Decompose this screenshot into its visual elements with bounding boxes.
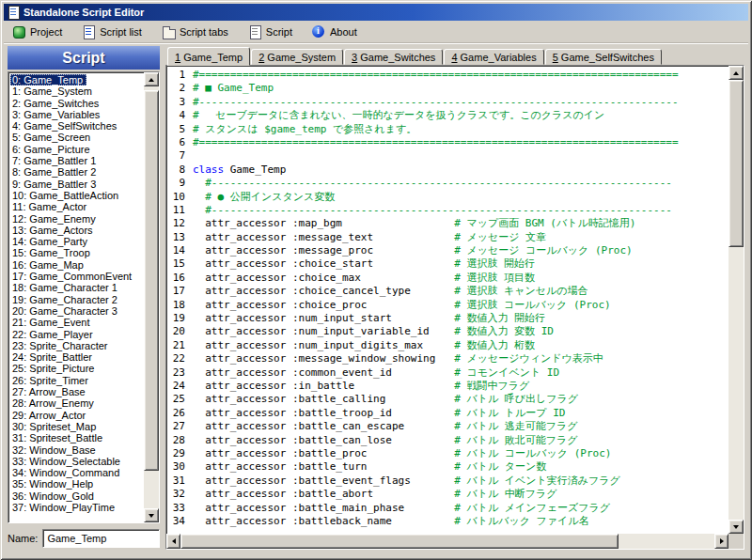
script-list-item[interactable]: 26: Sprite_Timer xyxy=(10,375,92,386)
script-list-item[interactable]: 28: Arrow_Enemy xyxy=(10,397,98,409)
tab-accelerator: 4 xyxy=(451,52,457,63)
code-line: 16 attr_accessor :choice_max # 選択肢 項目数 xyxy=(168,272,728,285)
code-line: 32 attr_accessor :battle_abort # バトル 中断フ… xyxy=(168,488,728,501)
script-name-input[interactable] xyxy=(42,529,160,548)
script-list-item[interactable]: 22: Game_Player xyxy=(10,329,97,340)
script-list-item[interactable]: 16: Game_Map xyxy=(10,259,87,271)
script-list-item[interactable]: 30: Spriteset_Map xyxy=(10,421,100,432)
scroll-thumb[interactable] xyxy=(144,90,159,470)
tab-game_switches[interactable]: 3 Game_Switches xyxy=(344,49,443,65)
toolbar-button-script[interactable]: Script xyxy=(245,23,294,40)
script-list-item[interactable]: 13: Game_Actors xyxy=(10,225,97,236)
scroll-right-button[interactable] xyxy=(714,534,728,549)
title-bar[interactable]: Standalone Script Editor xyxy=(4,4,748,21)
scroll-thumb[interactable] xyxy=(180,534,619,549)
script-list-item[interactable]: 11: Game_Actor xyxy=(10,201,90,212)
script-list-item[interactable]: 12: Game_Enemy xyxy=(10,213,100,225)
tab-game_temp[interactable]: 1 Game_Temp xyxy=(167,47,250,66)
scroll-down-button[interactable] xyxy=(144,508,159,522)
script-list-item[interactable]: 33: Window_Selectable xyxy=(10,456,124,467)
script-list-item[interactable]: 0: Game_Temp xyxy=(10,74,86,86)
script-list-item[interactable]: 2: Game_Switches xyxy=(10,98,102,109)
code-segment-com: #---------------------------------------… xyxy=(193,204,672,217)
code-segment-code: attr_accessor :choice_max xyxy=(193,272,454,285)
script-list-item[interactable]: 23: Sprite_Character xyxy=(10,340,112,351)
code-segment-code: attr_accessor :choice_proc xyxy=(193,299,454,312)
script-list-item[interactable]: 35: Window_Help xyxy=(10,478,97,490)
code-line: 3#--------------------------------------… xyxy=(168,96,728,109)
code-segment-code: attr_accessor :battle_main_phase xyxy=(193,502,454,515)
script-list-item[interactable]: 27: Arrow_Base xyxy=(10,386,89,397)
toolbar-button-label: Project xyxy=(30,26,62,38)
code-segment-code: attr_accessor :num_input_start xyxy=(193,312,454,325)
script-list-item[interactable]: 6: Game_Picture xyxy=(10,144,94,155)
script-listbox: 0: Game_Temp1: Game_System2: Game_Switch… xyxy=(8,71,160,523)
code-editor: 1#======================================… xyxy=(165,65,744,550)
line-number: 23 xyxy=(168,366,193,380)
script-list-item[interactable]: 17: Game_CommonEvent xyxy=(10,271,135,282)
script-list-item[interactable]: 15: Game_Troop xyxy=(10,247,94,258)
script-list-item[interactable]: 8: Game_Battler 2 xyxy=(10,166,100,178)
name-label: Name: xyxy=(8,533,38,544)
code-line: 33 attr_accessor :battle_main_phase # バト… xyxy=(168,502,728,515)
script-list-item[interactable]: 29: Arrow_Actor xyxy=(10,410,89,421)
scroll-track[interactable] xyxy=(144,86,159,508)
script-list[interactable]: 0: Game_Temp1: Game_System2: Game_Switch… xyxy=(8,72,144,522)
scroll-up-button[interactable] xyxy=(144,72,159,86)
toolbar-button-project[interactable]: Project xyxy=(9,23,64,40)
code-segment-com: # バトル メインフェーズフラグ xyxy=(454,502,610,515)
code-segment-com: # 選択肢 キャンセルの場合 xyxy=(454,285,588,298)
line-number: 29 xyxy=(168,447,193,460)
script-list-item[interactable]: 32: Window_Base xyxy=(10,444,100,456)
tab-game_system[interactable]: 2 Game_System xyxy=(251,49,343,65)
tab-game_selfswitches[interactable]: 5 Game_SelfSwitches xyxy=(545,49,662,65)
code-segment-code: attr_accessor :battle_turn xyxy=(193,460,454,474)
script-list-item[interactable]: 25: Sprite_Picture xyxy=(10,363,98,374)
script-list-item[interactable]: 19: Game_Character 2 xyxy=(10,294,121,305)
toolbar-button-script-list[interactable]: Script list xyxy=(79,23,144,40)
scroll-track[interactable] xyxy=(728,80,744,520)
editor-vertical-scrollbar[interactable] xyxy=(728,66,744,534)
script-list-item[interactable]: 37: Window_PlayTime xyxy=(10,502,118,513)
toolbar-button-label: Script xyxy=(266,26,292,38)
name-row: Name: xyxy=(8,527,160,550)
code-line: 29 attr_accessor :battle_proc # バトル コールバ… xyxy=(168,447,728,460)
script-list-item[interactable]: 24: Sprite_Battler xyxy=(10,351,96,363)
code-line: 34 attr_accessor :battleback_name # バトルバ… xyxy=(168,515,728,528)
script-list-item[interactable]: 10: Game_BattleAction xyxy=(10,190,122,201)
scroll-thumb[interactable] xyxy=(728,80,744,247)
script-list-item[interactable]: 31: Spriteset_Battle xyxy=(10,432,106,443)
editor-panel: 1 Game_Temp2 Game_System3 Game_Switches4… xyxy=(165,46,744,550)
code-line: 10 # ● 公開インスタンス変数 xyxy=(168,191,728,204)
scroll-track[interactable] xyxy=(180,534,714,549)
script-list-item[interactable]: 5: Game_Screen xyxy=(10,132,94,143)
code-segment-com: # バトルバック ファイル名 xyxy=(454,515,588,528)
script-list-item[interactable]: 7: Game_Battler 1 xyxy=(10,155,100,166)
code-line: 14 attr_accessor :message_proc # メッセージ コ… xyxy=(168,244,728,257)
script-list-item[interactable]: 14: Game_Party xyxy=(10,236,91,247)
code-line: 31 attr_accessor :battle_event_flags # バ… xyxy=(168,474,728,488)
scroll-up-button[interactable] xyxy=(728,66,744,80)
script-list-item[interactable]: 20: Game_Character 3 xyxy=(10,305,121,317)
script-list-item[interactable]: 34: Window_Command xyxy=(10,467,123,478)
code-segment-code: attr_accessor :battle_proc xyxy=(193,447,454,460)
script-list-item[interactable]: 9: Game_Battler 3 xyxy=(10,179,100,190)
script-list-item[interactable]: 36: Window_Gold xyxy=(10,490,98,502)
line-number: 13 xyxy=(168,231,193,244)
script-list-item[interactable]: 18: Game_Character 1 xyxy=(10,282,121,293)
toolbar-button-about[interactable]: About xyxy=(309,23,359,40)
code-area[interactable]: 1#======================================… xyxy=(166,66,728,534)
code-segment-com: # マップ画面 BGM (バトル時記憶用) xyxy=(454,217,635,230)
script-list-item[interactable]: 1: Game_System xyxy=(10,86,96,97)
tab-game_variables[interactable]: 4 Game_Variables xyxy=(444,49,543,65)
script-list-item[interactable]: 3: Game_Variables xyxy=(10,109,103,120)
editor-horizontal-scrollbar[interactable] xyxy=(166,534,728,549)
scroll-down-button[interactable] xyxy=(728,520,744,534)
script-list-item[interactable]: 4: Game_SelfSwitches xyxy=(10,120,120,132)
script-list-scrollbar[interactable] xyxy=(144,72,159,522)
toolbar-button-label: About xyxy=(330,26,357,38)
scroll-left-button[interactable] xyxy=(166,534,180,549)
line-number: 25 xyxy=(168,393,193,406)
script-list-item[interactable]: 21: Game_Event xyxy=(10,317,94,328)
toolbar-button-script-tabs[interactable]: Script tabs xyxy=(159,23,230,40)
